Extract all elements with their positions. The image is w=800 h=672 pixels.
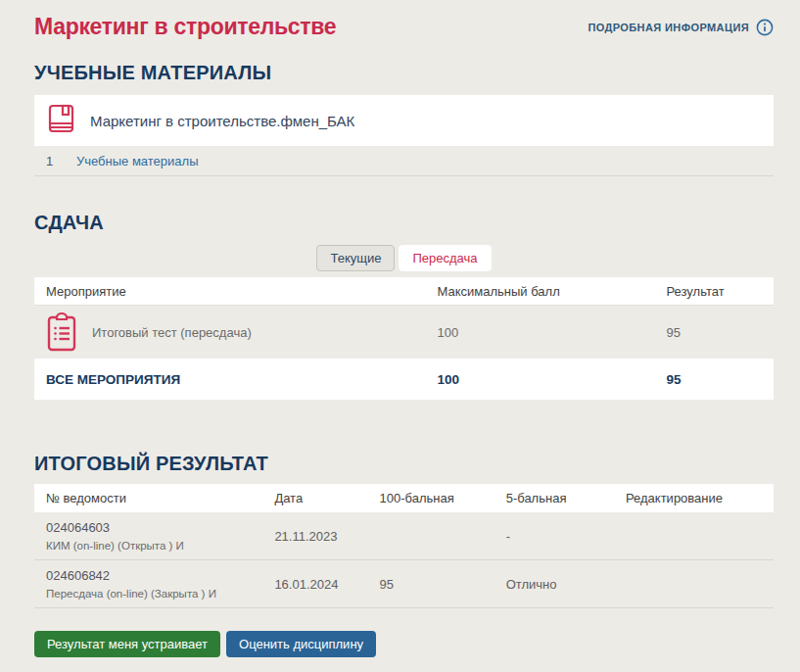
- page-header: Маркетинг в строительстве ПОДРОБНАЯ ИНФО…: [34, 14, 774, 40]
- page-title: Маркетинг в строительстве: [34, 14, 336, 40]
- column-event: Мероприятие: [34, 284, 437, 299]
- statement-score-5: -: [506, 529, 626, 544]
- clipboard-list-icon: [46, 312, 77, 353]
- column-result: Результат: [667, 284, 774, 299]
- book-icon: [48, 104, 74, 137]
- total-label: ВСЕ МЕРОПРИЯТИЯ: [34, 372, 437, 387]
- statement-score-100: 95: [380, 577, 506, 592]
- column-statement-number: № ведомости: [34, 491, 274, 505]
- submission-heading: СДАЧА: [34, 212, 774, 234]
- details-info-link[interactable]: ПОДРОБНАЯ ИНФОРМАЦИЯ: [588, 19, 774, 36]
- total-max-score: 100: [437, 372, 666, 387]
- submission-table-header: Мероприятие Максимальный балл Результат: [34, 277, 774, 306]
- statement-type: Пересдача (on-line) (Закрыта ) И: [46, 588, 274, 600]
- event-result: 95: [667, 325, 774, 340]
- event-max-score: 100: [437, 325, 666, 340]
- page: Маркетинг в строительстве ПОДРОБНАЯ ИНФО…: [0, 0, 800, 657]
- accept-result-button[interactable]: Результат меня устраивает: [34, 631, 220, 657]
- table-row: 024606842 Пересдача (on-line) (Закрыта )…: [34, 560, 774, 608]
- table-row: 024064603 КИМ (on-line) (Открыта ) И 21.…: [34, 512, 774, 560]
- column-editing: Редактирование: [626, 491, 774, 505]
- submission-tabs: Текущие Пересдача: [34, 245, 774, 271]
- info-circle-icon[interactable]: [756, 19, 774, 36]
- statement-date: 21.11.2023: [274, 529, 379, 544]
- total-result: 95: [667, 372, 774, 387]
- column-max-score: Максимальный балл: [437, 284, 666, 299]
- tab-current[interactable]: Текущие: [316, 245, 395, 271]
- action-buttons: Результат меня устраивает Оценить дисцип…: [34, 631, 774, 657]
- submission-table: Мероприятие Максимальный балл Результат: [34, 277, 774, 400]
- course-link[interactable]: Маркетинг в строительстве.фмен_БАК: [90, 113, 354, 129]
- final-table-header: № ведомости Дата 100-бальная 5-бальная Р…: [34, 484, 774, 512]
- column-100-scale: 100-бальная: [380, 491, 506, 505]
- final-result-table: № ведомости Дата 100-бальная 5-бальная Р…: [34, 484, 774, 608]
- tab-retake[interactable]: Пересдача: [399, 245, 491, 271]
- column-date: Дата: [274, 491, 379, 505]
- rate-discipline-button[interactable]: Оценить дисциплину: [226, 631, 376, 657]
- submission-total-row: ВСЕ МЕРОПРИЯТИЯ 100 95: [34, 359, 774, 400]
- details-info-label: ПОДРОБНАЯ ИНФОРМАЦИЯ: [588, 22, 749, 33]
- statement-type: КИМ (on-line) (Открыта ) И: [46, 540, 274, 552]
- final-result-heading: ИТОГОВЫЙ РЕЗУЛЬТАТ: [34, 453, 774, 475]
- material-row: 1 Учебные материалы: [34, 146, 774, 176]
- statement-score-5: Отлично: [506, 577, 626, 592]
- material-number: 1: [34, 154, 73, 168]
- course-card[interactable]: Маркетинг в строительстве.фмен_БАК: [34, 95, 774, 146]
- table-row: Итоговый тест (пересдача) 100 95: [34, 306, 774, 359]
- statement-date: 16.01.2024: [274, 577, 379, 592]
- event-name: Итоговый тест (пересдача): [92, 325, 252, 340]
- materials-heading: УЧЕБНЫЕ МАТЕРИАЛЫ: [34, 62, 774, 84]
- statement-number: 024606842: [46, 568, 274, 583]
- statement-number: 024064603: [46, 520, 274, 535]
- column-5-scale: 5-бальная: [506, 491, 626, 505]
- material-link[interactable]: Учебные материалы: [76, 154, 199, 168]
